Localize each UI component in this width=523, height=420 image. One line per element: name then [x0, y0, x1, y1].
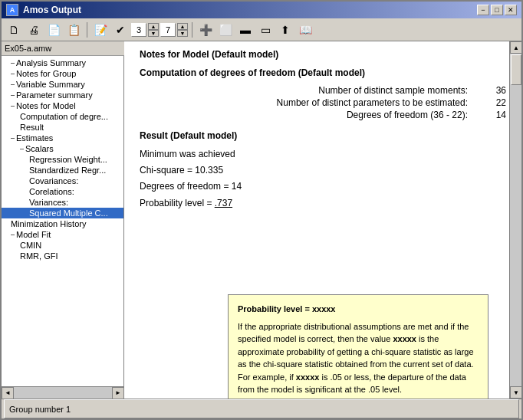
new-button[interactable]: 🗋	[5, 21, 23, 38]
sidebar-item-rmr-gfi[interactable]: RMR, GFI	[2, 251, 123, 261]
notes-title: Notes for Model (Default model)	[140, 49, 506, 60]
sidebar-tree: – Analysis Summary – Notes for Group – V…	[2, 56, 124, 386]
tooltip-title: Probability level = xxxxx	[238, 303, 479, 316]
expand-icon: –	[11, 59, 15, 67]
sidebar-hscroll-left[interactable]: ◄	[2, 387, 14, 399]
sidebar-label: Notes for Group	[16, 69, 76, 78]
result-text: Minimum was achieved Chi-square = 10.335…	[140, 147, 506, 211]
sidebar-item-variable-summary[interactable]: – Variable Summary	[2, 79, 123, 90]
sidebar-label: Variable Summary	[16, 80, 85, 89]
spinner1-group: 3 ▲ ▼	[131, 23, 159, 37]
window-title: Amos Output	[23, 5, 81, 15]
spinner1-up[interactable]: ▲	[148, 23, 159, 30]
degrees-table: Number of distinct sample moments: 36 Nu…	[155, 84, 506, 121]
sidebar-hscroll-right[interactable]: ►	[112, 387, 124, 399]
maximize-button[interactable]: □	[491, 5, 503, 15]
toolbar-btn7[interactable]: ⬆	[276, 21, 294, 38]
sidebar-item-covariances[interactable]: Covariances:	[2, 176, 123, 186]
table-row: Number of distinct parameters to be esti…	[155, 97, 506, 109]
expand-icon: –	[20, 145, 24, 153]
sidebar-label: Squared Multiple C...	[29, 208, 108, 218]
spinner2-group: 7 ▲ ▼	[160, 23, 188, 37]
table-row: Degrees of freedom (36 - 22): 14	[155, 109, 506, 121]
sidebar-item-notes-model[interactable]: – Notes for Model	[2, 100, 123, 111]
sidebar-item-result[interactable]: Result	[2, 122, 123, 133]
toolbar: 🗋 🖨 📄 📋 📝 ✔ 3 ▲ ▼ 7 ▲ ▼ ➕ ⬜ ▬ ▭ ⬆ 📖	[2, 18, 521, 41]
content-scrollbar: ▲ ▼	[509, 41, 521, 399]
sidebar-item-notes-group[interactable]: – Notes for Group	[2, 68, 123, 79]
sidebar-hscroll: ◄ ►	[2, 386, 124, 399]
app-icon: A	[6, 4, 18, 16]
sidebar-item-scalars[interactable]: – Scalars	[2, 143, 123, 154]
result-title: Result (Default model)	[140, 130, 506, 141]
sidebar-item-computation[interactable]: Computation of degre...	[2, 111, 123, 122]
sidebar-label: Parameter summary	[16, 90, 93, 100]
sidebar-item-std-reg[interactable]: Standardized Regr...	[2, 165, 123, 176]
sidebar-item-analysis[interactable]: – Analysis Summary	[2, 57, 123, 68]
group-number-panel: Group number 1	[4, 399, 519, 418]
row-value: 22	[475, 97, 506, 108]
content-scroll-track	[510, 54, 521, 386]
content-scroll-up[interactable]: ▲	[510, 41, 521, 54]
sidebar-label: Notes for Model	[16, 101, 76, 110]
spinner2-down[interactable]: ▼	[177, 30, 188, 37]
sidebar-label: CMIN	[20, 241, 41, 250]
result-section: Result (Default model) Minimum was achie…	[140, 130, 506, 211]
toolbar-btn6[interactable]: ▭	[256, 21, 275, 38]
spinner1-down[interactable]: ▼	[148, 30, 159, 37]
copy-button[interactable]: 📄	[44, 21, 63, 38]
expand-icon: –	[11, 102, 15, 110]
spinner2-up[interactable]: ▲	[177, 23, 188, 30]
status-bar: Group number 1	[2, 399, 521, 418]
tooltip-bold2: xxxxx	[296, 372, 320, 382]
sidebar-item-reg-weights[interactable]: Regression Weight...	[2, 154, 123, 165]
sidebar-label: Estimates	[16, 133, 53, 143]
sidebar-container: Ex05-a.amw – Analysis Summary – Notes fo…	[2, 41, 124, 399]
tooltip-para1: If the appropriate distributional assump…	[238, 320, 479, 396]
close-button[interactable]: ✕	[505, 5, 517, 15]
sidebar-label: Analysis Summary	[16, 58, 86, 67]
row-value: 36	[475, 85, 506, 96]
prob-level-link[interactable]: .737	[215, 198, 232, 208]
row-label: Number of distinct parameters to be esti…	[155, 97, 468, 108]
sidebar-item-variances[interactable]: Variances:	[2, 197, 123, 208]
toolbar-btn5[interactable]: ▬	[236, 21, 255, 38]
title-bar-left: A Amos Output	[6, 4, 81, 16]
toolbar-sep1	[87, 22, 87, 38]
sidebar-item-cmin[interactable]: CMIN	[2, 240, 123, 251]
spinner2-input[interactable]: 7	[160, 23, 176, 37]
sidebar-item-estimates[interactable]: – Estimates	[2, 133, 123, 143]
print-button[interactable]: 🖨	[25, 21, 43, 38]
toolbar-btn4[interactable]: ⬜	[216, 21, 235, 38]
row-value: 14	[475, 110, 506, 120]
sidebar-label: Computation of degre...	[20, 112, 108, 121]
sidebar-item-model-fit[interactable]: – Model Fit	[2, 229, 123, 240]
content-scroll-down[interactable]: ▼	[510, 386, 521, 399]
toolbar-btn1[interactable]: 📝	[91, 21, 110, 38]
window-controls: − □ ✕	[477, 5, 517, 15]
sidebar-item-min-history[interactable]: Minimization History	[2, 218, 123, 229]
toolbar-btn3[interactable]: ➕	[196, 21, 215, 38]
content-scroll-thumb[interactable]	[511, 54, 521, 85]
sidebar-item-squared-multiple[interactable]: Squared Multiple C...	[2, 208, 123, 218]
sidebar-main: – Analysis Summary – Notes for Group – V…	[2, 56, 124, 386]
spinner1-input[interactable]: 3	[131, 23, 146, 37]
sidebar-item-corelations[interactable]: Corelations:	[2, 186, 123, 197]
sidebar-label: Scalars	[25, 144, 54, 153]
sidebar-item-param-summary[interactable]: – Parameter summary	[2, 90, 123, 100]
toolbar-btn8[interactable]: 📖	[296, 21, 314, 38]
spinner2-arrows: ▲ ▼	[177, 23, 188, 37]
minimize-button[interactable]: −	[477, 5, 489, 15]
main-window: A Amos Output − □ ✕ 🗋 🖨 📄 📋 📝 ✔ 3 ▲ ▼ 7 …	[0, 0, 523, 420]
expand-icon: –	[11, 231, 15, 238]
expand-icon: –	[11, 70, 15, 77]
sidebar-label: Regression Weight...	[29, 155, 107, 164]
sidebar-label: Standardized Regr...	[29, 166, 106, 175]
result-line-4: Probability level = .737	[140, 196, 506, 211]
sidebar-label: Model Fit	[16, 230, 51, 239]
row-label: Degrees of freedom (36 - 22):	[155, 110, 468, 120]
paste-button[interactable]: 📋	[64, 21, 83, 38]
sidebar-label: RMR, GFI	[20, 251, 58, 261]
sidebar-label: Result	[20, 123, 44, 132]
toolbar-btn2[interactable]: ✔	[111, 21, 130, 38]
